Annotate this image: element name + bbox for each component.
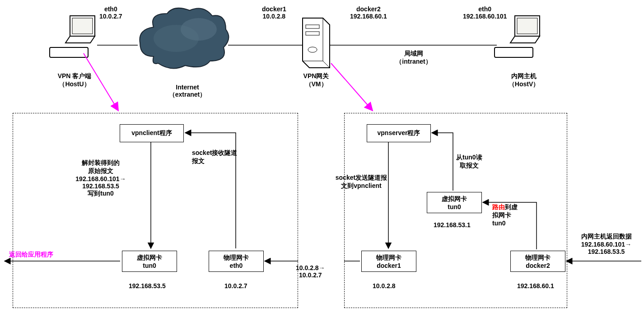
incoming-text: 内网主机返回数据192.168.60.101→192.168.53.5 xyxy=(571,233,641,255)
sock-send: socket发送隧道报文到vpnclient xyxy=(332,174,391,190)
right-vnic-ip: 192.168.53.1 xyxy=(434,221,471,229)
route-text: 路由到虚拟网卡tun0 xyxy=(492,203,537,227)
right-p1-ip: 10.0.2.8 xyxy=(373,282,396,290)
read-tun: 从tun0读取报文 xyxy=(456,154,482,170)
right-p2-ip: 192.168.60.1 xyxy=(517,282,554,290)
right-arrows xyxy=(0,0,644,313)
